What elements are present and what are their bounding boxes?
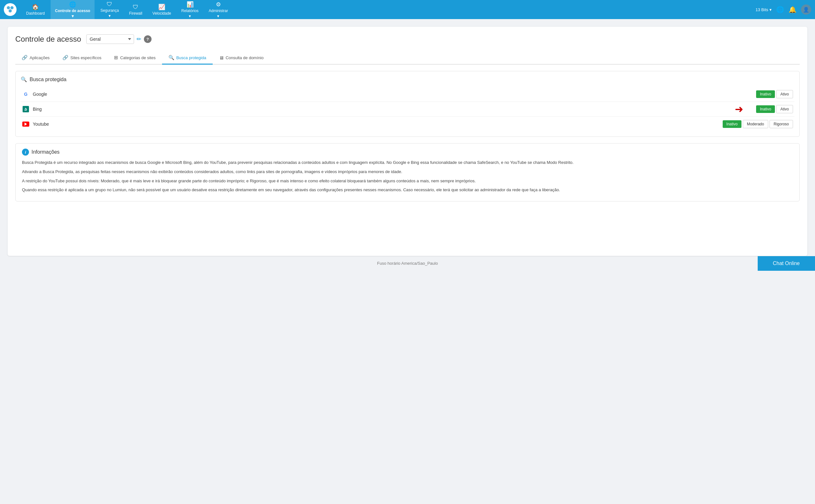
- chat-online-button[interactable]: Chat Online: [758, 256, 815, 271]
- topnav: 🏠 Dashboard 🌐 Controle de acesso ▾ 🛡 Seg…: [0, 0, 815, 19]
- consulta-tab-icon: 🖥: [219, 55, 224, 60]
- youtube-row: Youtube Inativo Moderado Rigoroso: [21, 117, 794, 131]
- busca-tab-icon: 🔍: [168, 55, 174, 60]
- bing-row: b Bing ➜ Inativo Ativo: [21, 102, 794, 117]
- tabs: 🔗 Aplicações 🔗 Sites específicos ⊞ Categ…: [15, 52, 800, 65]
- nav-relatorios-label: Relatórios: [181, 9, 199, 13]
- tab-consulta-label: Consulta de domínio: [226, 55, 263, 60]
- controle-acesso-icon: 🌐: [69, 1, 76, 8]
- relatorios-icon: 📊: [186, 1, 193, 8]
- edit-icon[interactable]: ✏: [137, 36, 141, 43]
- tab-sites-label: Sites específicos: [70, 55, 102, 60]
- dashboard-icon: 🏠: [32, 3, 39, 11]
- tab-aplicacoes[interactable]: 🔗 Aplicações: [15, 52, 56, 65]
- nav-administrar[interactable]: ⚙ Administrar ▾: [204, 0, 233, 20]
- seguranca-icon: 🛡: [107, 1, 112, 8]
- info-paragraph-0: Busca Protegida é um recurso integrado a…: [22, 159, 793, 166]
- svg-point-1: [11, 6, 14, 10]
- tab-categorias-label: Categorias de sites: [120, 55, 155, 60]
- youtube-logo: [22, 120, 30, 128]
- info-title-text: Informações: [32, 149, 60, 155]
- nav-dashboard[interactable]: 🏠 Dashboard: [22, 2, 49, 17]
- globe-icon[interactable]: 🌐: [776, 6, 784, 13]
- nav-seguranca-label: Segurança: [100, 8, 119, 13]
- velocidade-icon: 📈: [158, 3, 165, 11]
- bits-label: 13 Bits: [755, 7, 768, 12]
- bing-ativo-button[interactable]: Ativo: [776, 105, 793, 113]
- youtube-inativo-button[interactable]: Inativo: [723, 120, 741, 128]
- tab-busca-protegida[interactable]: 🔍 Busca protegida: [162, 52, 213, 65]
- google-ativo-button[interactable]: Ativo: [776, 90, 793, 98]
- nav-firewall-label: Firewall: [129, 11, 142, 16]
- bits-selector[interactable]: 13 Bits ▾: [755, 7, 772, 12]
- categorias-tab-icon: ⊞: [114, 55, 118, 60]
- info-paragraph-2: A restrição do YouTube possui dois nívei…: [22, 178, 793, 185]
- nav-controle-acesso-label: Controle de acesso: [55, 9, 90, 13]
- google-actions: Inativo Ativo: [756, 90, 793, 98]
- controle-acesso-dropdown-icon: ▾: [72, 14, 74, 18]
- busca-protegida-section: 🔍 Busca protegida G Google Inativo Ativo…: [15, 71, 800, 137]
- timezone-label: Fuso horário America/Sao_Paulo: [377, 261, 438, 266]
- seguranca-dropdown-icon: ▾: [109, 13, 111, 18]
- info-icon: i: [22, 149, 29, 156]
- svg-point-0: [7, 6, 10, 10]
- page-title: Controle de acesso: [15, 35, 81, 44]
- logo[interactable]: [4, 3, 17, 16]
- profile-select[interactable]: Geral: [86, 34, 134, 44]
- google-name: Google: [33, 92, 756, 97]
- tab-categorias-sites[interactable]: ⊞ Categorias de sites: [108, 52, 162, 65]
- tab-sites-especificos[interactable]: 🔗 Sites específicos: [56, 52, 108, 65]
- busca-section-title-text: Busca protegida: [30, 77, 67, 82]
- nav-controle-acesso[interactable]: 🌐 Controle de acesso ▾: [51, 0, 95, 20]
- google-inativo-button[interactable]: Inativo: [756, 90, 775, 98]
- youtube-moderado-button[interactable]: Moderado: [743, 120, 768, 128]
- nav-administrar-label: Administrar: [209, 9, 228, 13]
- bell-icon[interactable]: 🔔: [789, 6, 797, 13]
- google-row: G Google Inativo Ativo: [21, 87, 794, 102]
- svg-point-2: [9, 9, 12, 12]
- youtube-rigoroso-button[interactable]: Rigoroso: [769, 120, 793, 128]
- nav-velocidade[interactable]: 📈 Velocidade: [148, 2, 176, 17]
- youtube-actions: Inativo Moderado Rigoroso: [723, 120, 793, 128]
- nav-seguranca[interactable]: 🛡 Segurança ▾: [96, 0, 123, 20]
- info-paragraph-3: Quando essa restrição é aplicada a um gr…: [22, 187, 793, 193]
- sites-tab-icon: 🔗: [62, 55, 68, 60]
- youtube-icon: [22, 122, 29, 127]
- bing-inativo-button[interactable]: Inativo: [756, 105, 775, 113]
- user-avatar[interactable]: 👤: [801, 4, 811, 15]
- nav-items: 🏠 Dashboard 🌐 Controle de acesso ▾ 🛡 Seg…: [22, 0, 755, 20]
- google-logo: G: [22, 90, 30, 98]
- aplicacoes-tab-icon: 🔗: [22, 55, 28, 60]
- avatar-icon: 👤: [803, 7, 809, 13]
- help-icon[interactable]: ?: [144, 35, 151, 43]
- busca-section-icon: 🔍: [21, 76, 27, 82]
- relatorios-dropdown-icon: ▾: [189, 14, 191, 18]
- bing-actions: Inativo Ativo: [756, 105, 793, 113]
- tab-consulta-dominio[interactable]: 🖥 Consulta de domínio: [213, 52, 270, 65]
- info-title: i Informações: [22, 149, 793, 156]
- nav-firewall[interactable]: 🛡 Firewall: [124, 2, 146, 17]
- bing-icon: b: [23, 106, 29, 112]
- administrar-icon: ⚙: [216, 1, 221, 8]
- firewall-icon: 🛡: [133, 4, 138, 11]
- page-header: Controle de acesso Geral ✏ ?: [15, 34, 800, 44]
- tab-aplicacoes-label: Aplicações: [30, 55, 50, 60]
- bits-dropdown-icon: ▾: [769, 7, 772, 12]
- google-icon: G: [23, 91, 29, 97]
- administrar-dropdown-icon: ▾: [217, 14, 219, 18]
- profile-select-wrapper: Geral ✏ ?: [86, 34, 151, 44]
- info-section: i Informações Busca Protegida é um recur…: [15, 143, 800, 201]
- main-card: Controle de acesso Geral ✏ ? 🔗 Aplicaçõe…: [8, 27, 807, 256]
- footer: Fuso horário America/Sao_Paulo Chat Onli…: [0, 256, 815, 271]
- youtube-name: Youtube: [33, 122, 723, 127]
- busca-protegida-title: 🔍 Busca protegida: [21, 76, 794, 82]
- nav-dashboard-label: Dashboard: [26, 11, 45, 16]
- info-paragraph-1: Ativando a Busca Protegida, as pesquisas…: [22, 169, 793, 175]
- topnav-right: 13 Bits ▾ 🌐 🔔 👤: [755, 4, 811, 15]
- bing-logo: b: [22, 105, 30, 113]
- bing-name: Bing: [33, 107, 756, 112]
- tab-busca-label: Busca protegida: [176, 55, 206, 60]
- page-wrapper: Controle de acesso Geral ✏ ? 🔗 Aplicaçõe…: [0, 19, 815, 256]
- nav-velocidade-label: Velocidade: [152, 11, 171, 16]
- nav-relatorios[interactable]: 📊 Relatórios ▾: [177, 0, 203, 20]
